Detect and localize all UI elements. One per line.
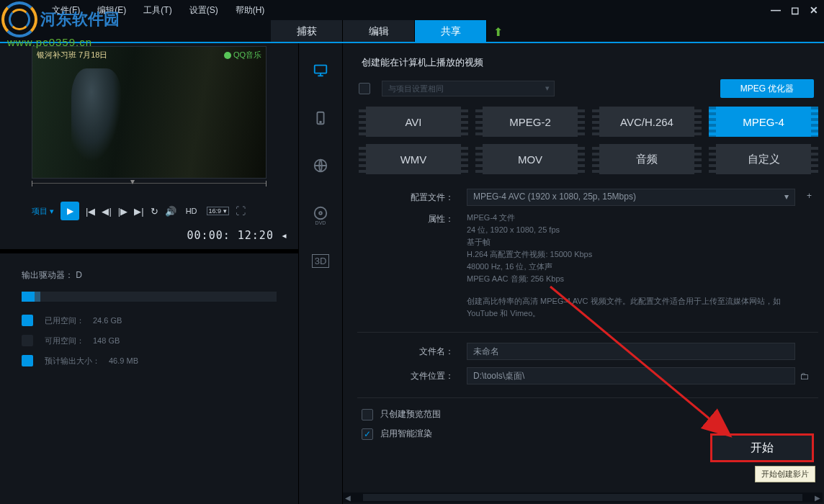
share-heading: 创建能在计算机上播放的视频: [359, 56, 818, 69]
player-controls: 项目 ▾ ▶ |◀ ◀| |▶ ▶| ↻ 🔊 HD 16:9 ▾ ⛶: [0, 199, 298, 223]
preview-overlay-title: 银河补习班 7月18日: [37, 50, 107, 60]
profile-label: 配置文件：: [359, 189, 467, 206]
menu-tools[interactable]: 工具(T): [135, 4, 180, 17]
format-avc[interactable]: AVC/H.264: [592, 107, 702, 137]
timecode-display[interactable]: 00:00: 12:20 ◂: [0, 223, 298, 249]
filepath-input[interactable]: D:\tools\桌面\: [467, 367, 795, 384]
browse-folder-icon[interactable]: 🗀: [800, 371, 809, 382]
target-disc-icon[interactable]: DVD: [310, 203, 331, 223]
attributes-label: 属性：: [359, 210, 467, 319]
next-frame-button[interactable]: |▶: [118, 206, 127, 217]
start-tooltip: 开始创建影片: [755, 466, 815, 482]
filepath-label: 文件位置：: [359, 370, 467, 382]
preview-overlay-source: QQ音乐: [224, 50, 261, 60]
goto-start-button[interactable]: |◀: [86, 206, 95, 217]
menu-file[interactable]: 文件(F): [43, 4, 89, 17]
svg-point-4: [320, 122, 321, 123]
tab-edit[interactable]: 编辑: [343, 20, 415, 43]
profile-description: 创建高比特率的高清 MPEG-4 AVC 视频文件。此配置文件适合用于上传至流媒…: [467, 295, 795, 319]
share-target-rail: DVD 3D: [298, 43, 343, 504]
prev-frame-button[interactable]: ◀|: [102, 206, 111, 217]
same-as-project-checkbox[interactable]: [359, 83, 370, 94]
mode-tabs: 捕获 编辑 共享 ⬆: [0, 20, 824, 43]
share-settings-panel: 创建能在计算机上播放的视频 与项目设置相同 MPEG 优化器 AVI MPEG-…: [343, 43, 824, 504]
project-dropdown[interactable]: 项目 ▾: [32, 206, 54, 217]
smart-render-label: 启用智能渲染: [380, 428, 432, 440]
format-mov[interactable]: MOV: [475, 144, 585, 174]
free-space-swatch: [22, 335, 33, 346]
window-maximize[interactable]: ◻: [791, 4, 800, 16]
mpeg-optimizer-button[interactable]: MPEG 优化器: [720, 79, 814, 98]
format-wmv[interactable]: WMV: [359, 144, 468, 174]
menu-bar: 文件(F) 编辑(E) 工具(T) 设置(S) 帮助(H) — ◻ ✕: [0, 0, 824, 20]
output-drive-panel: 输出驱动器： D 已用空间：24.6 GB 可用空间：148 GB 预计输出大小…: [0, 253, 298, 391]
target-computer-icon[interactable]: [310, 60, 331, 81]
repeat-button[interactable]: ↻: [151, 206, 158, 217]
svg-point-6: [315, 207, 327, 220]
format-mpeg4[interactable]: MPEG-4: [709, 107, 818, 137]
filename-label: 文件名：: [359, 346, 467, 358]
svg-point-7: [319, 212, 322, 215]
tab-share[interactable]: 共享: [415, 20, 487, 43]
menu-settings[interactable]: 设置(S): [181, 4, 227, 17]
fullscreen-icon[interactable]: ⛶: [236, 205, 246, 217]
scroll-left-icon[interactable]: ◀: [343, 494, 353, 502]
output-size-swatch: [22, 355, 33, 366]
target-3d-icon[interactable]: 3D: [310, 251, 331, 271]
profile-select[interactable]: MPEG-4 AVC (1920 x 1080, 25p, 15Mbps)+: [467, 189, 795, 206]
drive-usage-bar: [22, 292, 277, 302]
format-custom[interactable]: 自定义: [709, 144, 818, 174]
video-preview[interactable]: 银河补习班 7月18日 QQ音乐: [32, 46, 267, 179]
menu-edit[interactable]: 编辑(E): [89, 4, 135, 17]
format-audio[interactable]: 音频: [592, 144, 702, 174]
format-grid: AVI MPEG-2 AVC/H.264 MPEG-4 WMV MOV 音频 自…: [359, 107, 818, 174]
profile-add-icon[interactable]: +: [807, 191, 812, 201]
format-mpeg2[interactable]: MPEG-2: [475, 107, 585, 137]
menu-help[interactable]: 帮助(H): [227, 4, 274, 17]
volume-button[interactable]: 🔊: [165, 206, 176, 217]
hd-toggle[interactable]: HD: [183, 206, 200, 216]
target-device-icon[interactable]: [310, 108, 331, 128]
aspect-ratio-select[interactable]: 16:9 ▾: [207, 207, 229, 215]
target-web-icon[interactable]: [310, 156, 331, 176]
start-button[interactable]: 开始: [710, 433, 814, 462]
format-avi[interactable]: AVI: [359, 107, 468, 137]
filename-input[interactable]: 未命名: [467, 343, 795, 360]
goto-end-button[interactable]: ▶|: [134, 206, 143, 217]
preview-only-label: 只创建预览范围: [380, 408, 441, 420]
horizontal-scrollbar[interactable]: ◀ ▶: [343, 492, 823, 503]
scroll-right-icon[interactable]: ▶: [812, 494, 823, 502]
preview-panel: 银河补习班 7月18日 QQ音乐 ▾ ✂ ⊘ 项目 ▾ ▶ |◀ ◀| |▶ ▶…: [0, 43, 298, 504]
used-space-swatch: [22, 315, 33, 326]
window-minimize[interactable]: —: [771, 4, 781, 16]
preview-timeline[interactable]: ▾: [32, 183, 267, 197]
tab-capture[interactable]: 捕获: [271, 20, 343, 43]
same-as-project-select: 与项目设置相同: [382, 81, 555, 96]
svg-rect-0: [315, 66, 327, 73]
window-close[interactable]: ✕: [810, 4, 818, 16]
upload-icon[interactable]: ⬆: [487, 20, 509, 43]
preview-only-checkbox[interactable]: [362, 409, 373, 420]
attributes-text: MPEG-4 文件 24 位, 1920 x 1080, 25 fps 基于帧 …: [467, 210, 795, 287]
play-button[interactable]: ▶: [61, 202, 79, 220]
smart-render-checkbox[interactable]: [362, 428, 373, 440]
